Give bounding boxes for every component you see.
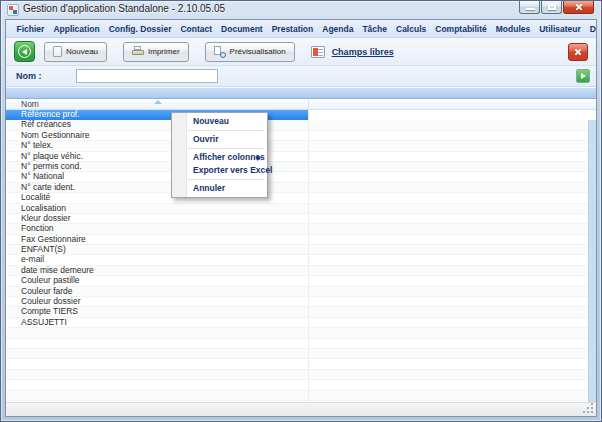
menu-document[interactable]: Document	[217, 24, 268, 34]
go-button[interactable]	[576, 69, 590, 83]
close-window-button[interactable]	[563, 1, 594, 14]
nom-input[interactable]	[76, 69, 218, 83]
champs-libres-link[interactable]: Champs libres	[332, 47, 394, 57]
grid-row-n-carte-ident[interactable]: N° carte ident.	[6, 183, 596, 193]
grid-column-divider	[308, 110, 309, 402]
app-window: Gestion d'application Standalone - 2.10.…	[0, 0, 602, 422]
toolbar: Nouveau Imprimer Prévisualisation Champs…	[6, 38, 596, 66]
grid-row-empty	[6, 349, 596, 359]
context-menu-separator	[188, 179, 264, 180]
grid-row-e-mail[interactable]: e-mail	[6, 255, 596, 265]
menu-t-che[interactable]: Tâche	[358, 24, 392, 34]
grid: Référence prof.Réf créancesNom Gestionna…	[6, 110, 596, 402]
grid-row-fax-gestionnaire[interactable]: Fax Gestionnaire	[6, 235, 596, 245]
context-item-afficher-colonnes[interactable]: Afficher colonnes	[172, 151, 267, 164]
vertical-scrollbar[interactable]	[588, 120, 596, 402]
imprimer-button[interactable]: Imprimer	[123, 42, 189, 62]
grid-row-date-mise-demeure[interactable]: date mise demeure	[6, 266, 596, 276]
menu-agenda[interactable]: Agenda	[318, 24, 358, 34]
group-band	[6, 87, 596, 99]
grid-row-empty	[6, 380, 596, 390]
close-icon	[574, 2, 584, 12]
grid-row-n-plaque-v-hic[interactable]: N° plaque véhic.	[6, 152, 596, 162]
filter-row: Nom :	[6, 66, 596, 87]
previsualisation-button[interactable]: Prévisualisation	[205, 42, 295, 62]
grid-row-couleur-farde[interactable]: Couleur farde	[6, 287, 596, 297]
grid-row-empty	[6, 391, 596, 401]
grid-row-assujetti[interactable]: ASSUJETTI	[6, 318, 596, 328]
grid-row-nom-gestionnaire[interactable]: Nom Gestionnaire	[6, 131, 596, 141]
menu-droits-d-acc-s[interactable]: Droits d'accès	[585, 24, 596, 34]
grid-row-localit[interactable]: Localité	[6, 193, 596, 203]
context-item-ouvrir[interactable]: Ouvrir	[172, 133, 267, 146]
nouveau-button-label: Nouveau	[66, 47, 98, 56]
resize-grip[interactable]	[591, 411, 593, 413]
grid-row-enfant-s[interactable]: ENFANT(S)	[6, 245, 596, 255]
menu-prestation[interactable]: Prestation	[267, 24, 318, 34]
preview-icon	[214, 46, 226, 58]
grid-row-fonction[interactable]: Fonction	[6, 224, 596, 234]
grid-row-empty	[6, 359, 596, 369]
grid-row-n-permis-cond[interactable]: N° permis cond.	[6, 162, 596, 172]
grid-row-empty	[6, 370, 596, 380]
grid-row-compte-tiers[interactable]: Compte TIERS	[6, 307, 596, 317]
menu-comptabilit[interactable]: Comptabilité	[431, 24, 491, 34]
context-menu-separator	[188, 148, 264, 149]
menu-modules[interactable]: Modules	[491, 24, 534, 34]
previsualisation-button-label: Prévisualisation	[230, 47, 286, 56]
minimize-icon	[526, 8, 535, 10]
grid-rows: Référence prof.Réf créancesNom Gestionna…	[6, 110, 596, 402]
menu-fichier[interactable]: Fichier	[12, 24, 49, 34]
back-icon	[18, 45, 31, 58]
menu-utilisateur[interactable]: Utilisateur	[535, 24, 586, 34]
context-item-exporter-vers-excel[interactable]: Exporter vers Excel	[172, 164, 267, 177]
grid-row-couleur-dossier[interactable]: Couleur dossier	[6, 297, 596, 307]
grid-row-couleur-pastille[interactable]: Couleur pastille	[6, 276, 596, 286]
printer-icon	[132, 46, 144, 57]
context-menu: NouveauOuvrirAfficher colonnesExporter v…	[171, 112, 268, 198]
titlebar[interactable]: Gestion d'application Standalone - 2.10.…	[1, 1, 601, 19]
nom-label: Nom :	[16, 71, 42, 81]
minimize-button[interactable]	[519, 1, 540, 14]
menu-bar: FichierApplicationConfig. DossierContact…	[6, 20, 596, 38]
sort-ascending-icon	[154, 100, 162, 104]
menu-contact[interactable]: Contact	[176, 24, 217, 34]
window-title: Gestion d'application Standalone - 2.10.…	[23, 3, 225, 14]
close-form-button[interactable]	[568, 43, 588, 61]
status-bar	[6, 402, 596, 416]
submenu-arrow-icon	[257, 155, 261, 161]
close-form-icon	[573, 47, 583, 57]
new-document-icon	[53, 46, 62, 57]
grid-row-empty	[6, 328, 596, 338]
app-icon	[7, 4, 19, 16]
grid-row-n-national[interactable]: N° National	[6, 172, 596, 182]
grid-row-localisation[interactable]: Localisation	[6, 204, 596, 214]
imprimer-button-label: Imprimer	[148, 47, 180, 56]
window-content: FichierApplicationConfig. DossierContact…	[5, 19, 597, 417]
caption-buttons	[518, 1, 594, 14]
context-item-annuler[interactable]: Annuler	[172, 182, 267, 195]
back-button[interactable]	[14, 41, 35, 62]
grid-header[interactable]: Nom	[6, 99, 596, 110]
grid-row-n-telex[interactable]: N° telex.	[6, 141, 596, 151]
maximize-icon	[548, 4, 556, 10]
context-item-nouveau[interactable]: Nouveau	[172, 115, 267, 128]
nouveau-button[interactable]: Nouveau	[44, 42, 107, 62]
menu-config-dossier[interactable]: Config. Dossier	[104, 24, 176, 34]
grid-row-empty	[6, 339, 596, 349]
menu-calculs[interactable]: Calculs	[392, 24, 431, 34]
maximize-button[interactable]	[541, 1, 562, 14]
column-header-nom[interactable]: Nom	[21, 99, 39, 109]
column-divider[interactable]	[308, 100, 309, 108]
context-menu-separator	[188, 130, 264, 131]
champs-libres-icon	[311, 46, 325, 58]
grid-row-r-f-cr-ances[interactable]: Réf créances	[6, 120, 596, 130]
grid-row-kleur-dossier[interactable]: Kleur dossier	[6, 214, 596, 224]
go-arrow-icon	[581, 73, 586, 79]
menu-application[interactable]: Application	[49, 24, 104, 34]
